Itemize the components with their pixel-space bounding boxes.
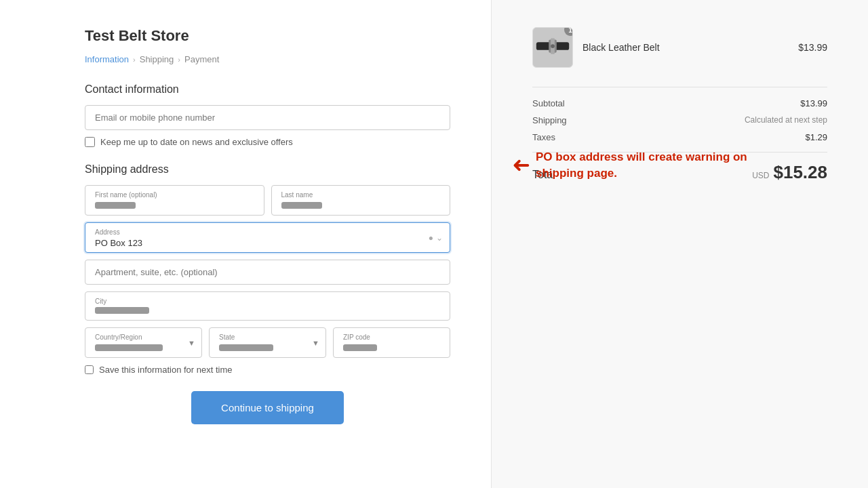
zip-label: ZIP code [343,333,440,341]
subtotal-row: Subtotal $13.99 [532,98,827,108]
newsletter-row: Keep me up to date on news and exclusive… [85,137,450,147]
state-group: State ▼ [209,327,326,358]
continue-to-shipping-button[interactable]: Continue to shipping [191,391,344,424]
annotation: ➜ PO box address will create warning on … [512,149,753,182]
subtotal-label: Subtotal [532,98,565,108]
first-name-value-blurred [95,202,136,209]
address-wrapper: Address PO Box 123 ● ⌄ [85,222,450,253]
breadcrumb-sep-1: › [133,56,136,64]
country-wrapper: Country/Region [85,327,202,358]
dropdown-icon: ⌄ [436,233,443,243]
svg-point-4 [551,44,555,48]
last-name-wrapper: Last name [271,185,451,216]
first-name-group: First name (optional) [85,185,264,216]
product-image: 1 [532,27,573,68]
shipping-section-title: Shipping address [85,163,450,176]
first-name-label: First name (optional) [95,191,254,199]
total-value-wrapper: USD $15.28 [752,162,827,183]
save-label: Save this information for next time [99,365,233,375]
save-checkbox[interactable] [85,365,94,374]
address-label: Address [95,228,440,236]
left-panel: Test Belt Store Information › Shipping ›… [0,0,492,488]
first-name-wrapper: First name (optional) [85,185,264,216]
address-value[interactable]: PO Box 123 [95,238,142,248]
zip-value-blurred [343,344,377,351]
address-icons: ● ⌄ [429,233,443,243]
country-label: Country/Region [95,333,192,341]
annotation-arrow-icon: ➜ [512,153,530,177]
breadcrumb: Information › Shipping › Payment [85,54,450,64]
breadcrumb-payment[interactable]: Payment [184,54,219,64]
newsletter-checkbox[interactable] [85,137,95,147]
taxes-value: $1.29 [805,132,827,142]
address-group: Address PO Box 123 ● ⌄ [85,222,450,253]
divider-1 [532,87,827,87]
right-panel: 1 Black Leather Belt $13.99 Subtotal $13… [492,0,868,488]
subtotal-value: $13.99 [800,98,827,108]
breadcrumb-information[interactable]: Information [85,54,129,64]
total-amount: $15.28 [773,162,827,183]
product-name: Black Leather Belt [583,42,789,53]
zip-wrapper: ZIP code [333,327,450,358]
city-group: City [85,291,450,321]
state-label: State [219,333,316,341]
last-name-group: Last name [271,185,451,216]
state-value-blurred [219,344,273,351]
breadcrumb-shipping[interactable]: Shipping [140,54,174,64]
continue-btn-wrapper: Continue to shipping [85,391,450,424]
state-zip-row: Country/Region ▼ State ▼ ZIP code [85,327,450,358]
last-name-value-blurred [281,202,322,209]
email-input[interactable] [85,105,450,130]
city-wrapper: City [85,291,450,321]
product-row: 1 Black Leather Belt $13.99 [532,27,827,68]
shipping-label: Shipping [532,115,567,125]
shipping-value: Calculated at next step [745,115,827,125]
zip-group: ZIP code [333,327,450,358]
email-group [85,105,450,130]
breadcrumb-sep-2: › [178,56,180,64]
taxes-label: Taxes [532,132,555,142]
country-value-blurred [95,344,163,351]
apt-group [85,260,450,285]
country-group: Country/Region ▼ [85,327,202,358]
city-value-blurred [95,307,149,314]
annotation-text: PO box address will create warning on sh… [536,149,753,182]
last-name-label: Last name [281,191,441,199]
taxes-row: Taxes $1.29 [532,132,827,142]
name-row: First name (optional) Last name [85,185,450,216]
shipping-row: Shipping Calculated at next step [532,115,827,125]
person-icon: ● [429,233,433,243]
save-row: Save this information for next time [85,365,450,375]
city-label: City [95,298,440,305]
newsletter-label: Keep me up to date on news and exclusive… [100,137,293,147]
state-wrapper: State [209,327,326,358]
apt-input[interactable] [85,260,450,285]
store-title: Test Belt Store [85,27,450,45]
product-price: $13.99 [798,42,827,53]
contact-section-title: Contact information [85,83,450,96]
total-currency: USD [752,171,769,180]
